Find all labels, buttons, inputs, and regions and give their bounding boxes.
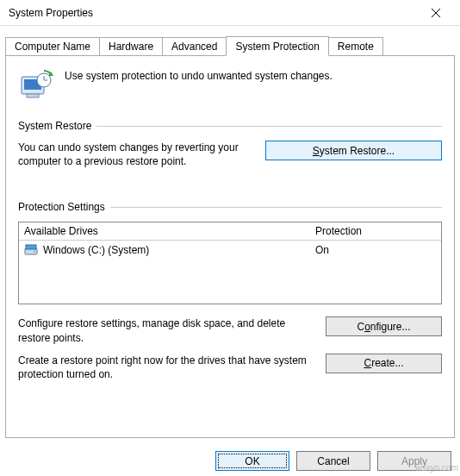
system-protection-icon <box>18 68 54 104</box>
drive-icon <box>24 243 38 257</box>
tab-strip: Computer Name Hardware Advanced System P… <box>0 26 460 55</box>
drive-row[interactable]: Windows (C:) (System) On <box>19 241 441 260</box>
drive-list-header: Available Drives Protection <box>19 222 441 241</box>
svg-point-11 <box>34 251 35 253</box>
header-description: Use system protection to undo unwanted s… <box>65 68 333 82</box>
divider <box>96 126 442 127</box>
create-description: Create a restore point right now for the… <box>18 354 310 381</box>
divider <box>110 207 442 208</box>
titlebar: System Properties <box>0 0 460 26</box>
protection-settings-legend: Protection Settings <box>18 201 105 213</box>
drive-protection-status: On <box>315 244 436 256</box>
header-row: Use system protection to undo unwanted s… <box>18 68 442 104</box>
drive-list[interactable]: Available Drives Protection Windows (C:)… <box>18 222 442 304</box>
close-icon <box>432 9 440 17</box>
svg-rect-10 <box>26 245 36 249</box>
watermark: wsxyn.com <box>416 463 458 473</box>
create-button[interactable]: Create... <box>326 354 442 373</box>
system-restore-description: You can undo system changes by reverting… <box>18 141 250 168</box>
tab-hardware[interactable]: Hardware <box>99 37 163 55</box>
tab-system-protection[interactable]: System Protection <box>226 36 328 56</box>
tab-page-system-protection: Use system protection to undo unwanted s… <box>5 55 455 438</box>
system-restore-legend: System Restore <box>18 120 91 132</box>
protection-settings-group: Protection Settings Available Drives Pro… <box>18 201 442 381</box>
window-title: System Properties <box>9 7 93 19</box>
configure-button[interactable]: Configure... <box>326 316 442 336</box>
drive-name: Windows (C:) (System) <box>43 244 149 256</box>
col-available-drives: Available Drives <box>24 225 315 237</box>
tab-remote[interactable]: Remote <box>328 37 383 55</box>
system-restore-button[interactable]: System Restore... <box>265 141 442 160</box>
ok-button[interactable]: OK <box>215 451 289 471</box>
col-protection: Protection <box>315 225 436 237</box>
tab-advanced[interactable]: Advanced <box>162 37 227 55</box>
tab-computer-name[interactable]: Computer Name <box>5 37 100 55</box>
cancel-button[interactable]: Cancel <box>296 451 370 471</box>
system-restore-group: System Restore You can undo system chang… <box>18 120 442 168</box>
svg-rect-4 <box>27 94 39 97</box>
close-button[interactable] <box>419 1 453 25</box>
configure-description: Configure restore settings, manage disk … <box>18 316 310 344</box>
